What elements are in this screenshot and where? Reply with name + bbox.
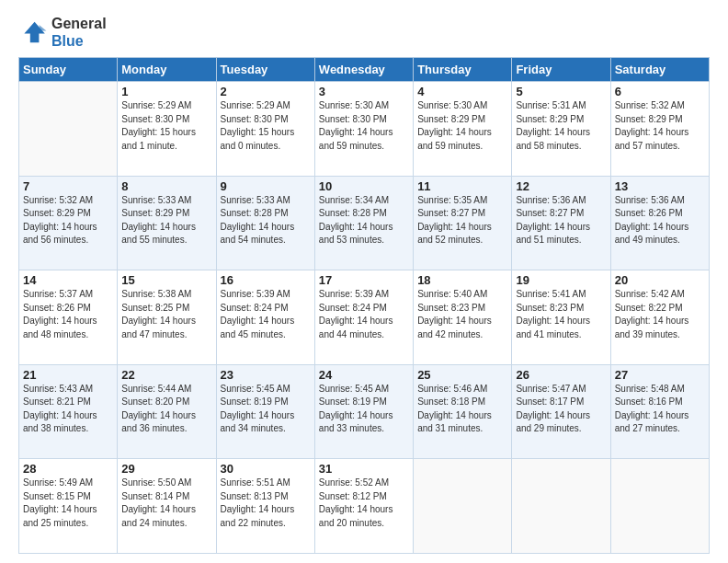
day-info: Sunrise: 5:37 AM Sunset: 8:26 PM Dayligh… xyxy=(23,288,113,341)
col-header-monday: Monday xyxy=(118,58,216,82)
day-info: Sunrise: 5:44 AM Sunset: 8:20 PM Dayligh… xyxy=(121,383,211,436)
day-info: Sunrise: 5:48 AM Sunset: 8:16 PM Dayligh… xyxy=(615,383,705,436)
calendar-cell xyxy=(512,459,610,554)
calendar-cell: 22Sunrise: 5:44 AM Sunset: 8:20 PM Dayli… xyxy=(118,364,216,459)
calendar-cell: 5Sunrise: 5:31 AM Sunset: 8:29 PM Daylig… xyxy=(512,82,610,177)
col-header-sunday: Sunday xyxy=(19,58,118,82)
calendar-cell: 31Sunrise: 5:52 AM Sunset: 8:12 PM Dayli… xyxy=(314,459,413,554)
day-info: Sunrise: 5:30 AM Sunset: 8:30 PM Dayligh… xyxy=(319,99,409,153)
week-row-1: 1Sunrise: 5:29 AM Sunset: 8:30 PM Daylig… xyxy=(19,82,710,177)
day-number: 16 xyxy=(221,273,311,287)
day-info: Sunrise: 5:45 AM Sunset: 8:19 PM Dayligh… xyxy=(319,383,409,436)
day-info: Sunrise: 5:52 AM Sunset: 8:12 PM Dayligh… xyxy=(319,477,409,530)
calendar-cell: 27Sunrise: 5:48 AM Sunset: 8:16 PM Dayli… xyxy=(610,364,709,459)
calendar-cell: 28Sunrise: 5:49 AM Sunset: 8:15 PM Dayli… xyxy=(19,459,118,554)
day-number: 21 xyxy=(23,368,113,382)
day-number: 15 xyxy=(121,273,211,287)
day-info: Sunrise: 5:32 AM Sunset: 8:29 PM Dayligh… xyxy=(615,99,705,153)
day-number: 4 xyxy=(417,85,507,98)
calendar-cell: 23Sunrise: 5:45 AM Sunset: 8:19 PM Dayli… xyxy=(216,364,314,459)
day-info: Sunrise: 5:40 AM Sunset: 8:23 PM Dayligh… xyxy=(417,288,507,341)
day-info: Sunrise: 5:36 AM Sunset: 8:26 PM Dayligh… xyxy=(615,194,705,247)
day-number: 2 xyxy=(221,85,311,98)
day-info: Sunrise: 5:41 AM Sunset: 8:23 PM Dayligh… xyxy=(516,288,606,341)
day-number: 30 xyxy=(221,462,311,476)
calendar-cell: 3Sunrise: 5:30 AM Sunset: 8:30 PM Daylig… xyxy=(314,82,413,177)
day-info: Sunrise: 5:51 AM Sunset: 8:13 PM Dayligh… xyxy=(221,477,311,530)
day-number: 22 xyxy=(121,368,211,382)
day-number: 26 xyxy=(516,368,606,382)
calendar-cell: 1Sunrise: 5:29 AM Sunset: 8:30 PM Daylig… xyxy=(118,82,216,177)
day-info: Sunrise: 5:31 AM Sunset: 8:29 PM Dayligh… xyxy=(516,99,606,153)
day-info: Sunrise: 5:32 AM Sunset: 8:29 PM Dayligh… xyxy=(23,194,113,247)
week-row-3: 14Sunrise: 5:37 AM Sunset: 8:26 PM Dayli… xyxy=(19,270,710,365)
calendar-cell xyxy=(414,459,512,554)
calendar-cell: 20Sunrise: 5:42 AM Sunset: 8:22 PM Dayli… xyxy=(610,270,709,365)
day-info: Sunrise: 5:33 AM Sunset: 8:28 PM Dayligh… xyxy=(221,194,311,247)
calendar-header-row: SundayMondayTuesdayWednesdayThursdayFrid… xyxy=(19,58,710,82)
page: General Blue SundayMondayTuesdayWednesda… xyxy=(0,0,728,563)
calendar-cell: 15Sunrise: 5:38 AM Sunset: 8:25 PM Dayli… xyxy=(118,270,216,365)
day-number: 25 xyxy=(417,368,507,382)
week-row-4: 21Sunrise: 5:43 AM Sunset: 8:21 PM Dayli… xyxy=(19,364,710,459)
day-number: 24 xyxy=(319,368,409,382)
day-number: 5 xyxy=(516,85,606,98)
calendar-cell: 2Sunrise: 5:29 AM Sunset: 8:30 PM Daylig… xyxy=(216,82,314,177)
calendar-cell: 26Sunrise: 5:47 AM Sunset: 8:17 PM Dayli… xyxy=(512,364,610,459)
day-number: 29 xyxy=(121,462,211,476)
day-info: Sunrise: 5:47 AM Sunset: 8:17 PM Dayligh… xyxy=(516,383,606,436)
day-number: 13 xyxy=(615,179,705,193)
day-number: 23 xyxy=(221,368,311,382)
day-number: 17 xyxy=(319,273,409,287)
calendar-cell: 25Sunrise: 5:46 AM Sunset: 8:18 PM Dayli… xyxy=(414,364,512,459)
calendar-cell: 12Sunrise: 5:36 AM Sunset: 8:27 PM Dayli… xyxy=(512,176,610,270)
day-number: 14 xyxy=(23,273,113,287)
day-info: Sunrise: 5:39 AM Sunset: 8:24 PM Dayligh… xyxy=(319,288,409,341)
day-info: Sunrise: 5:30 AM Sunset: 8:29 PM Dayligh… xyxy=(417,99,507,153)
day-number: 7 xyxy=(23,179,113,193)
day-info: Sunrise: 5:34 AM Sunset: 8:28 PM Dayligh… xyxy=(319,194,409,247)
day-number: 6 xyxy=(615,85,705,98)
calendar-cell: 14Sunrise: 5:37 AM Sunset: 8:26 PM Dayli… xyxy=(19,270,118,365)
calendar-cell: 4Sunrise: 5:30 AM Sunset: 8:29 PM Daylig… xyxy=(414,82,512,177)
day-info: Sunrise: 5:46 AM Sunset: 8:18 PM Dayligh… xyxy=(417,383,507,436)
calendar-cell: 17Sunrise: 5:39 AM Sunset: 8:24 PM Dayli… xyxy=(314,270,413,365)
calendar-cell: 9Sunrise: 5:33 AM Sunset: 8:28 PM Daylig… xyxy=(216,176,314,270)
week-row-5: 28Sunrise: 5:49 AM Sunset: 8:15 PM Dayli… xyxy=(19,459,710,554)
calendar-cell: 13Sunrise: 5:36 AM Sunset: 8:26 PM Dayli… xyxy=(610,176,709,270)
day-number: 1 xyxy=(121,85,211,98)
calendar-cell: 10Sunrise: 5:34 AM Sunset: 8:28 PM Dayli… xyxy=(314,176,413,270)
day-number: 8 xyxy=(121,179,211,193)
calendar-cell: 7Sunrise: 5:32 AM Sunset: 8:29 PM Daylig… xyxy=(19,176,118,270)
calendar-table: SundayMondayTuesdayWednesdayThursdayFrid… xyxy=(18,57,710,554)
logo-text: General Blue xyxy=(51,15,107,50)
calendar-cell: 18Sunrise: 5:40 AM Sunset: 8:23 PM Dayli… xyxy=(414,270,512,365)
day-number: 3 xyxy=(319,85,409,98)
col-header-saturday: Saturday xyxy=(610,58,709,82)
day-info: Sunrise: 5:38 AM Sunset: 8:25 PM Dayligh… xyxy=(121,288,211,341)
day-info: Sunrise: 5:50 AM Sunset: 8:14 PM Dayligh… xyxy=(121,477,211,530)
day-number: 9 xyxy=(221,179,311,193)
calendar-cell xyxy=(19,82,118,177)
col-header-tuesday: Tuesday xyxy=(216,58,314,82)
day-number: 18 xyxy=(417,273,507,287)
calendar-cell: 11Sunrise: 5:35 AM Sunset: 8:27 PM Dayli… xyxy=(414,176,512,270)
day-info: Sunrise: 5:29 AM Sunset: 8:30 PM Dayligh… xyxy=(121,99,211,153)
col-header-friday: Friday xyxy=(512,58,610,82)
day-info: Sunrise: 5:33 AM Sunset: 8:29 PM Dayligh… xyxy=(121,194,211,247)
day-info: Sunrise: 5:49 AM Sunset: 8:15 PM Dayligh… xyxy=(23,477,113,530)
day-info: Sunrise: 5:39 AM Sunset: 8:24 PM Dayligh… xyxy=(221,288,311,341)
calendar-cell: 24Sunrise: 5:45 AM Sunset: 8:19 PM Dayli… xyxy=(314,364,413,459)
day-number: 12 xyxy=(516,179,606,193)
header: General Blue xyxy=(18,15,710,50)
calendar-cell: 6Sunrise: 5:32 AM Sunset: 8:29 PM Daylig… xyxy=(610,82,709,177)
day-number: 20 xyxy=(615,273,705,287)
calendar-cell: 21Sunrise: 5:43 AM Sunset: 8:21 PM Dayli… xyxy=(19,364,118,459)
day-number: 19 xyxy=(516,273,606,287)
col-header-wednesday: Wednesday xyxy=(314,58,413,82)
calendar-cell: 8Sunrise: 5:33 AM Sunset: 8:29 PM Daylig… xyxy=(118,176,216,270)
logo-icon xyxy=(18,17,48,47)
day-info: Sunrise: 5:42 AM Sunset: 8:22 PM Dayligh… xyxy=(615,288,705,341)
day-info: Sunrise: 5:29 AM Sunset: 8:30 PM Dayligh… xyxy=(221,99,311,153)
calendar-cell xyxy=(610,459,709,554)
